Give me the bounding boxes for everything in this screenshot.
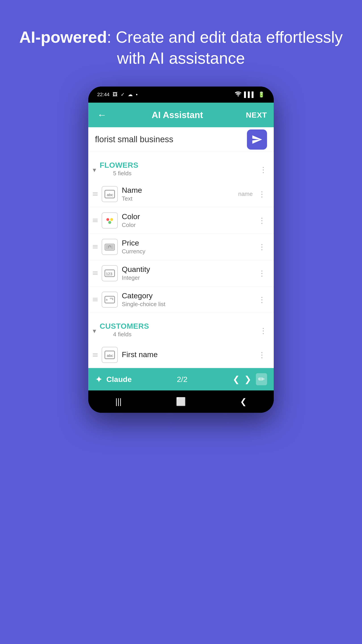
status-time: 22:44: [97, 92, 109, 98]
flowers-chevron-icon[interactable]: ▾: [93, 166, 96, 174]
battery-icon: 🔋: [258, 92, 265, 98]
text-field-icon: abc: [104, 188, 115, 200]
svg-text:123: 123: [106, 272, 112, 276]
customers-header-info: CUSTOMERS 4 fields: [100, 322, 149, 340]
field-name-firstname: First name: [122, 350, 253, 359]
app-title: AI Assistant: [152, 110, 203, 120]
eraser-button[interactable]: ✏: [256, 373, 267, 385]
toolbar-left: ✦ Claude: [95, 374, 132, 385]
field-name-category: Category: [122, 291, 253, 300]
prev-button[interactable]: ❮: [233, 374, 240, 384]
field-row-firstname: abc First name ⋮: [88, 342, 274, 368]
choice-field-icon: a: [104, 294, 115, 306]
flowers-more-icon[interactable]: ⋮: [259, 165, 267, 174]
customers-header-left: ▾ CUSTOMERS 4 fields: [93, 322, 149, 340]
sparkle-icon: ✦: [95, 374, 103, 385]
flowers-header-left: ▾ FLOWERS 5 fields: [93, 161, 138, 179]
field-info-quantity: Quantity Integer: [122, 265, 253, 281]
field-info-firstname: First name: [122, 350, 253, 360]
customers-section-header: ▾ CUSTOMERS 4 fields ⋮: [88, 315, 274, 342]
customers-chevron-icon[interactable]: ▾: [93, 327, 96, 335]
back-button[interactable]: ←: [95, 107, 109, 122]
field-row-name: abc Name Text name ⋮: [88, 181, 274, 207]
customers-more-icon[interactable]: ⋮: [259, 326, 267, 335]
field-name-color: Color: [122, 212, 253, 221]
field-icon-price: $: [102, 239, 118, 255]
field-icon-category: a: [102, 292, 118, 308]
wifi-icon: [235, 92, 241, 98]
field-info-price: Price Currency: [122, 238, 253, 255]
svg-text:abc: abc: [107, 353, 113, 358]
field-type-category: Single-choice list: [122, 301, 253, 308]
status-right: ▌▌▌ 🔋: [235, 92, 265, 98]
currency-field-icon: $: [104, 241, 115, 253]
field-more-name[interactable]: ⋮: [257, 190, 267, 198]
svg-text:$: $: [109, 246, 111, 249]
status-dot-icon: •: [136, 92, 138, 98]
phone-frame: 22:44 🖼 ✓ ☁ • ▌▌▌ 🔋 ← AI Assistant NEXT …: [88, 86, 274, 413]
field-info-category: Category Single-choice list: [122, 291, 253, 308]
send-icon: [251, 134, 263, 145]
field-icon-firstname: abc: [102, 347, 118, 363]
field-icon-quantity: 123: [102, 265, 118, 281]
svg-point-4: [108, 221, 111, 224]
svg-point-3: [110, 218, 113, 221]
status-left: 22:44 🖼 ✓ ☁ •: [97, 92, 138, 98]
customers-field-count: 4 fields: [113, 331, 149, 338]
flowers-section-header: ▾ FLOWERS 5 fields ⋮: [88, 154, 274, 181]
forward-button[interactable]: ❯: [244, 374, 251, 384]
content-area: ▾ FLOWERS 5 fields ⋮ abc: [88, 152, 274, 368]
drag-handle-name[interactable]: [93, 192, 98, 196]
claude-label: Claude: [106, 375, 132, 384]
field-name-label: Name: [122, 186, 234, 194]
app-bar: ← AI Assistant NEXT: [88, 103, 274, 127]
nav-recents-icon[interactable]: |||: [115, 397, 122, 406]
drag-handle-color[interactable]: [93, 219, 98, 222]
flowers-section-name: FLOWERS: [100, 161, 138, 170]
next-button[interactable]: NEXT: [246, 111, 267, 120]
field-more-firstname[interactable]: ⋮: [257, 350, 267, 359]
field-info-name: Name Text: [122, 186, 234, 202]
field-name-price: Price: [122, 238, 253, 247]
integer-field-icon: 123: [104, 268, 115, 279]
flowers-field-count: 5 fields: [113, 170, 138, 177]
customers-section: ▾ CUSTOMERS 4 fields ⋮ abc: [88, 315, 274, 368]
field-name-quantity: Quantity: [122, 265, 253, 274]
drag-handle-category[interactable]: [93, 298, 98, 301]
drag-handle-firstname[interactable]: [93, 353, 98, 357]
field-more-category[interactable]: ⋮: [257, 295, 267, 304]
signal-icon: ▌▌▌: [244, 92, 255, 98]
field-row-color: Color Color ⋮: [88, 207, 274, 234]
drag-handle-price[interactable]: [93, 245, 98, 248]
flowers-header-info: FLOWERS 5 fields: [100, 161, 138, 179]
flowers-section: ▾ FLOWERS 5 fields ⋮ abc: [88, 154, 274, 313]
color-field-icon: [104, 215, 115, 226]
status-bar: 22:44 🖼 ✓ ☁ • ▌▌▌ 🔋: [88, 86, 274, 103]
field-row-category: a Category Single-choice list ⋮: [88, 286, 274, 313]
field-type-label: Text: [122, 195, 234, 202]
field-more-quantity[interactable]: ⋮: [257, 269, 267, 278]
title-rest: : Create and edit data effortlessly with…: [107, 28, 343, 67]
search-query[interactable]: florist small business: [95, 134, 247, 144]
field-more-price[interactable]: ⋮: [257, 242, 267, 251]
status-photo-icon: 🖼: [113, 92, 117, 98]
field-type-quantity: Integer: [122, 274, 253, 281]
nav-home-icon[interactable]: ⬜: [176, 397, 186, 406]
send-button[interactable]: [247, 130, 267, 150]
field-row-price: $ Price Currency ⋮: [88, 234, 274, 260]
title-bold: AI-powered: [19, 28, 107, 46]
field-value-name: name: [238, 190, 253, 198]
field-type-color: Color: [122, 222, 253, 228]
status-cloud-icon: ☁: [128, 92, 133, 98]
field-more-color[interactable]: ⋮: [257, 216, 267, 225]
android-nav: ||| ⬜ ❮: [88, 390, 274, 413]
bottom-toolbar: ✦ Claude 2/2 ❮ ❯ ✏: [88, 368, 274, 390]
page-title-area: AI-powered: Create and edit data effortl…: [0, 27, 362, 69]
drag-handle-quantity[interactable]: [93, 272, 98, 275]
text-firstname-icon: abc: [104, 349, 115, 361]
nav-back-icon[interactable]: ❮: [240, 397, 247, 406]
search-bar: florist small business: [88, 127, 274, 152]
svg-point-5: [107, 218, 109, 220]
svg-text:abc: abc: [107, 192, 113, 197]
svg-text:a: a: [106, 298, 108, 301]
